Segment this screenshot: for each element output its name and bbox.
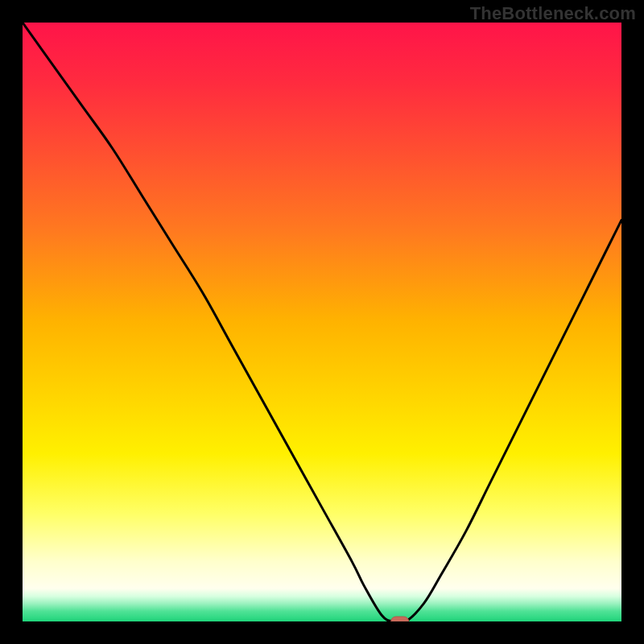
plot-area <box>23 23 621 621</box>
optimal-point-marker <box>391 617 409 621</box>
bottleneck-chart <box>23 23 621 621</box>
gradient-background <box>23 23 621 621</box>
watermark-text: TheBottleneck.com <box>470 3 636 24</box>
chart-frame: TheBottleneck.com <box>0 0 644 644</box>
